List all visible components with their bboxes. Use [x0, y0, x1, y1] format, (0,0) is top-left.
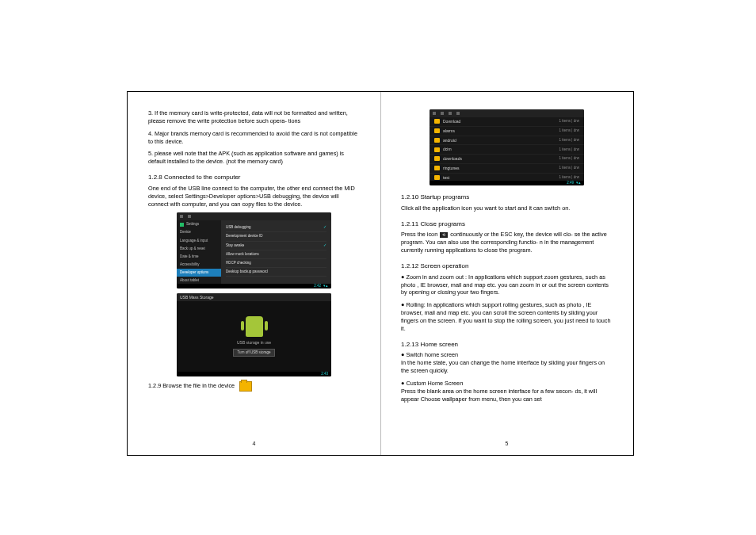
paragraph: 5. please well note that the APK (such a… [148, 150, 360, 166]
bullet-paragraph: ● Switch home screen [401, 351, 613, 359]
screenshot-title: USB Mass Storage [180, 295, 214, 300]
sidebar-item: Date & time [177, 253, 221, 261]
file-row: android1 items | drw [430, 136, 584, 146]
page-spread: 3. If the memory card is write-protected… [127, 91, 634, 456]
wifi-icon: ▾▴ [323, 284, 328, 289]
sidebar-item: Back up & reset [177, 245, 221, 253]
sidebar-item: About tablet [177, 277, 221, 285]
heading-1-2-10: 1.2.10 Startup programs [401, 193, 613, 202]
heading-1-2-12: 1.2.12 Screen operation [401, 262, 613, 271]
paragraph: Press the blank area on the home screen … [401, 388, 613, 403]
clock-label: 2:42 [314, 284, 321, 289]
paragraph: Click all the application icon you want … [401, 204, 613, 212]
back-icon: ⟲ [440, 232, 448, 238]
paragraph: 4. Major brands memory card is recommend… [148, 130, 360, 146]
page-number: 4 [128, 440, 380, 447]
turn-off-usb-button: Turn off USB storage [233, 349, 274, 357]
screenshot-title: Settings [186, 222, 199, 227]
page-number: 5 [380, 440, 633, 447]
file-row: dcim1 items | drw [430, 145, 584, 155]
setting-row: USB debugging✓ [226, 224, 326, 232]
folder-icon [434, 119, 440, 124]
file-row: alarms1 items | drw [430, 127, 584, 136]
setting-row: HDCP checking [226, 259, 326, 268]
folder-icon [434, 156, 440, 161]
setting-row: Development device ID [226, 232, 326, 241]
setting-row: Desktop backup password [226, 268, 326, 277]
folder-icon [434, 175, 440, 180]
sidebar-item: Device [177, 228, 221, 236]
sidebar-item-active: Developer options [177, 269, 221, 277]
paragraph: 3. If the memory card is write-protected… [148, 109, 360, 125]
paragraph: One end of the USB line connect to the c… [148, 185, 360, 208]
paragraph: Press the icon ⟲ continuously or the ESC… [401, 231, 613, 254]
heading-1-2-8: 1.2.8 Connected to the computer [148, 174, 360, 182]
sidebar-item: Language & input [177, 237, 221, 245]
folder-icon [434, 166, 440, 170]
paragraph: In the home state, you can change the ho… [401, 359, 613, 375]
setting-row: Stay awake✓ [226, 242, 326, 250]
bullet-paragraph: ● Zoom in and zoom out : In applications… [401, 273, 613, 297]
file-row: ringtones1 items | drw [430, 164, 584, 174]
bullet-paragraph: ● Custom Home Screen [401, 380, 613, 388]
screenshot-file-browser: Download1 items | drw alarms1 items | dr… [430, 109, 584, 185]
sidebar-item: Accessibility [177, 261, 221, 269]
folder-icon [434, 128, 440, 133]
folder-icon [434, 147, 440, 152]
page-right: Download1 items | drw alarms1 items | dr… [380, 92, 633, 455]
browse-label: 1.2.9 Browse the file in the device [148, 383, 235, 390]
gear-icon [180, 223, 184, 227]
setting-row: Allow mock locations [226, 250, 326, 259]
clock-label: 2:43 [321, 372, 328, 376]
bullet-paragraph: ● Rolling: In applications which support… [401, 301, 613, 332]
text-fragment: Press the icon [401, 231, 437, 238]
android-icon [246, 316, 263, 337]
folder-icon [239, 381, 252, 392]
clock-label: 2:49 [567, 181, 574, 185]
page-left: 3. If the memory card is write-protected… [128, 92, 380, 455]
file-row: Download1 items | drw [430, 117, 584, 127]
usb-label: USB storage in use [237, 340, 271, 346]
heading-1-2-13: 1.2.13 Home screen [401, 341, 613, 350]
wifi-icon: ▾▴ [576, 181, 581, 185]
heading-1-2-9: 1.2.9 Browse the file in the device [148, 381, 360, 392]
file-row: downloads1 items | drw [430, 155, 584, 164]
folder-icon [434, 138, 440, 143]
screenshot-settings-developer: Settings Device Language & input Back up… [177, 212, 331, 289]
heading-1-2-11: 1.2.11 Close programs [401, 220, 613, 229]
screenshot-usb-storage: USB Mass Storage USB storage in use Turn… [177, 293, 331, 376]
